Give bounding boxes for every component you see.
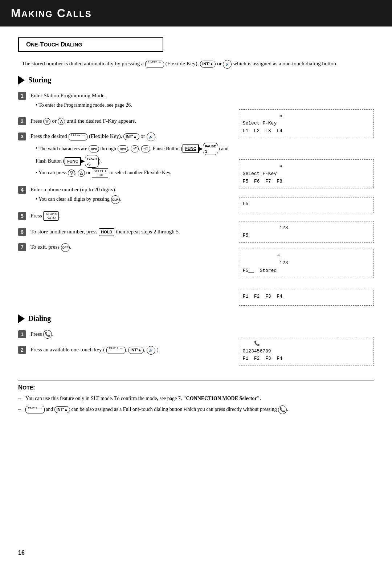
note-item-1: You can use this feature only in SLT mod… (18, 394, 374, 403)
step-6: 6 To store another number, press HOLD th… (18, 227, 232, 236)
dialing-label: Dialing (28, 314, 51, 323)
step-3: 3 Press the desired F1-F12 ⌒ (Flexible K… (18, 132, 232, 179)
lcd-screen-3: F5 (239, 197, 374, 213)
step-5: 5 Press STOREAUTO. (18, 211, 232, 221)
off-key: OFF (61, 243, 70, 252)
sp-key-s3: 🔊 (147, 132, 155, 141)
step-7: 7 To exit, press OFF. (18, 242, 232, 252)
step-5-content: Press STOREAUTO. (30, 211, 232, 221)
step-6-content: To store another number, press HOLD then… (30, 227, 232, 236)
fkey-icon: F1-F12 ⌒ (145, 61, 164, 68)
page-number: 16 (18, 550, 25, 556)
up-key: △ (58, 118, 65, 125)
step-2-num: 2 (18, 117, 26, 125)
lcd-screen-dialing: 📞 0123456789 F1 F2 F3 F4 (239, 337, 374, 366)
triangle-icon (18, 76, 25, 85)
func-key-flash: FUNC (65, 157, 81, 166)
handset-key: 📞 (43, 330, 52, 339)
dialing-content: 1 Press 📞. 2 Press an available one-touc… (18, 330, 374, 369)
dial-step-2-content: Press an available one-touch key ( F1-F1… (30, 345, 232, 355)
step-2: 2 Press ▽ or △ until the desired F-Key a… (18, 117, 232, 125)
lcd-screen-4: 123 F5 (239, 221, 374, 243)
int-note: INT'▲ (54, 406, 70, 413)
intro-text: The stored number is dialed automaticall… (18, 59, 374, 69)
step-1-bullet: To enter the Programming mode, see page … (30, 101, 232, 109)
step-3-num: 3 (18, 132, 26, 140)
step-1: 1 Enter Station Programming Mode. To ent… (18, 91, 232, 110)
section-title: ONE-TOUCH DIALING (26, 41, 82, 48)
step-7-content: To exit, press OFF. (30, 242, 232, 252)
note-item-2: F1-F12 ⌒ and INT'▲ can be also assigned … (18, 405, 374, 414)
dial-step-2: 2 Press an available one-touch key ( F1-… (18, 345, 232, 355)
step-7-num: 7 (18, 243, 26, 251)
page-header: MAKING CALLS (0, 0, 392, 26)
step-4-bullet: You can clear all digits by pressing CLR… (30, 195, 232, 204)
storing-label: Storing (28, 76, 51, 84)
int-key-d2: INT'▲ (128, 347, 144, 354)
handset-note: 📞 (278, 405, 287, 414)
nav-down: ▽ (68, 170, 75, 176)
hold-key: HOLD (99, 228, 114, 236)
lcd-screen-6: F1 F2 F3 F4 (239, 290, 374, 306)
storing-heading: Storing (18, 76, 374, 85)
int-key: INT'▲ (200, 61, 216, 68)
down-key: ▽ (43, 118, 50, 125)
lcd-screen-2: ⇒ Select F-Key F5 F6 F7 F8 (239, 159, 374, 188)
char9: OP.9 (118, 145, 128, 152)
fkey-icon-d2: F1-F12 ⌒ (106, 347, 126, 354)
key1: PAUSE1 (203, 143, 218, 155)
step-2-content: Press ▽ or △ until the desired F-Key app… (30, 117, 232, 125)
note-title: NOTE: (18, 384, 374, 391)
dialing-section: Dialing 1 Press 📞. 2 Press an available … (18, 314, 374, 369)
dial-step-1-num: 1 (18, 330, 26, 338)
step-5-num: 5 (18, 212, 26, 220)
storing-screens: ⇒ Select F-Key F1 F2 F3 F4 ⇒ Select F-Ke… (239, 91, 374, 311)
lcd-screen-5: ⇒ 123 F5__ Stored (239, 249, 374, 278)
step-1-content: Enter Station Programming Mode. To enter… (30, 91, 232, 110)
char0: OP.0 (89, 145, 99, 152)
page-title: MAKING CALLS (11, 7, 92, 20)
nav-up: △ (78, 170, 85, 176)
key5: FLASH•5 (85, 155, 99, 168)
speaker-key: 🔊 (223, 60, 232, 69)
dial-step-1-content: Press 📞. (30, 330, 232, 339)
dialing-screens: 📞 0123456789 F1 F2 F3 F4 (239, 330, 374, 369)
dial-step-1: 1 Press 📞. (18, 330, 232, 339)
step-6-num: 6 (18, 228, 26, 236)
step-3-content: Press the desired F1-F12 ⌒ (Flexible Key… (30, 132, 232, 179)
dialing-steps: 1 Press 📞. 2 Press an available one-touc… (18, 330, 232, 369)
clear-key: CLR (111, 195, 120, 204)
step-1-num: 1 (18, 92, 26, 100)
step-3-bullets: The valid characters are OP.0 through OP… (30, 143, 232, 178)
storing-steps: 1 Enter Station Programming Mode. To ent… (18, 91, 232, 311)
dial-step-2-num: 2 (18, 346, 26, 354)
charstar: ≈* (131, 145, 139, 152)
dialing-heading: Dialing (18, 314, 374, 323)
triangle-icon-dialing (18, 314, 25, 323)
func-key-pause: FUNC (183, 144, 199, 153)
step-4-content: Enter a phone number (up to 20 digits). … (30, 185, 232, 205)
note-section: NOTE: You can use this feature only in S… (18, 380, 374, 414)
charhash: ≈□ (141, 145, 150, 152)
int-key-s3: INT'▲ (123, 133, 139, 140)
fkey-icon-s3: F1-F12 ⌒ (69, 133, 88, 140)
section-box: ONE-TOUCH DIALING (18, 37, 163, 52)
step-4-num: 4 (18, 186, 26, 194)
step-4: 4 Enter a phone number (up to 20 digits)… (18, 185, 232, 205)
sp-key-d2: 🔊 (147, 346, 155, 355)
fkey-note: F1-F12 ⌒ (25, 406, 45, 413)
storing-content: 1 Enter Station Programming Mode. To ent… (18, 91, 374, 311)
auto-key: STOREAUTO (43, 211, 59, 221)
lcd-screen-1: ⇒ Select F-Key F1 F2 F3 F4 (239, 109, 374, 138)
select-lcd: SELECTLCD (92, 168, 108, 178)
page: MAKING CALLS ONE-TOUCH DIALING The store… (0, 0, 392, 567)
